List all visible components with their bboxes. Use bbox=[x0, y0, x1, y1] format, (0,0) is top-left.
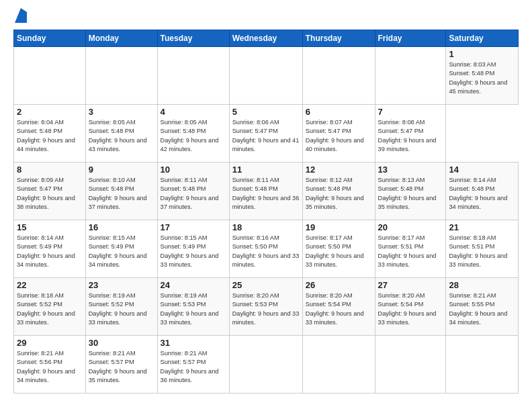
day-cell-27: 27Sunrise: 8:20 AMSunset: 5:54 PMDayligh… bbox=[375, 278, 446, 336]
page: SundayMondayTuesdayWednesdayThursdayFrid… bbox=[0, 0, 532, 411]
day-cell-9: 9Sunrise: 8:10 AMSunset: 5:48 PMDaylight… bbox=[85, 163, 157, 220]
day-number: 24 bbox=[161, 280, 226, 290]
calendar: SundayMondayTuesdayWednesdayThursdayFrid… bbox=[13, 30, 519, 394]
day-cell-19: 19Sunrise: 8:17 AMSunset: 5:50 PMDayligh… bbox=[302, 220, 375, 278]
calendar-body: 1Sunrise: 8:03 AMSunset: 5:48 PMDaylight… bbox=[14, 47, 519, 394]
empty-cell bbox=[14, 47, 86, 105]
day-number: 18 bbox=[232, 222, 300, 232]
day-number: 26 bbox=[306, 280, 372, 290]
day-detail: Sunrise: 8:20 AMSunset: 5:53 PMDaylight:… bbox=[232, 292, 300, 326]
day-cell-30: 30Sunrise: 8:21 AMSunset: 5:57 PMDayligh… bbox=[85, 336, 157, 394]
day-cell-20: 20Sunrise: 8:17 AMSunset: 5:51 PMDayligh… bbox=[375, 220, 446, 278]
day-of-week-wednesday: Wednesday bbox=[229, 30, 302, 47]
week-row-6: 29Sunrise: 8:21 AMSunset: 5:56 PMDayligh… bbox=[14, 336, 519, 394]
day-number: 11 bbox=[232, 165, 300, 175]
day-detail: Sunrise: 8:21 AMSunset: 5:56 PMDaylight:… bbox=[17, 350, 75, 383]
day-detail: Sunrise: 8:20 AMSunset: 5:54 PMDaylight:… bbox=[378, 292, 437, 326]
day-number: 7 bbox=[378, 107, 443, 117]
day-cell-28: 28Sunrise: 8:21 AMSunset: 5:55 PMDayligh… bbox=[446, 278, 519, 336]
day-detail: Sunrise: 8:17 AMSunset: 5:51 PMDaylight:… bbox=[378, 234, 437, 268]
day-detail: Sunrise: 8:14 AMSunset: 5:48 PMDaylight:… bbox=[449, 177, 507, 210]
day-detail: Sunrise: 8:19 AMSunset: 5:52 PMDaylight:… bbox=[89, 292, 147, 326]
day-of-week-friday: Friday bbox=[375, 30, 446, 47]
empty-cell bbox=[446, 336, 519, 394]
day-cell-4: 4Sunrise: 8:05 AMSunset: 5:48 PMDaylight… bbox=[157, 105, 229, 163]
day-cell-29: 29Sunrise: 8:21 AMSunset: 5:56 PMDayligh… bbox=[14, 336, 86, 394]
day-detail: Sunrise: 8:05 AMSunset: 5:48 PMDaylight:… bbox=[161, 119, 219, 152]
day-number: 27 bbox=[378, 280, 443, 290]
day-number: 15 bbox=[17, 222, 83, 232]
day-number: 3 bbox=[89, 107, 154, 117]
day-cell-1: 1Sunrise: 8:03 AMSunset: 5:48 PMDaylight… bbox=[446, 47, 519, 105]
day-of-week-tuesday: Tuesday bbox=[157, 30, 229, 47]
empty-cell bbox=[157, 47, 229, 105]
empty-cell bbox=[375, 47, 446, 105]
week-row-3: 8Sunrise: 8:09 AMSunset: 5:47 PMDaylight… bbox=[14, 163, 519, 220]
day-detail: Sunrise: 8:18 AMSunset: 5:51 PMDaylight:… bbox=[449, 234, 507, 268]
day-detail: Sunrise: 8:10 AMSunset: 5:48 PMDaylight:… bbox=[89, 177, 147, 210]
day-cell-18: 18Sunrise: 8:16 AMSunset: 5:50 PMDayligh… bbox=[229, 220, 302, 278]
day-number: 30 bbox=[89, 338, 154, 348]
empty-cell bbox=[302, 336, 375, 394]
day-cell-17: 17Sunrise: 8:15 AMSunset: 5:49 PMDayligh… bbox=[157, 220, 229, 278]
day-cell-23: 23Sunrise: 8:19 AMSunset: 5:52 PMDayligh… bbox=[85, 278, 157, 336]
day-detail: Sunrise: 8:05 AMSunset: 5:48 PMDaylight:… bbox=[89, 119, 147, 152]
empty-cell bbox=[375, 336, 446, 394]
day-of-week-monday: Monday bbox=[85, 30, 157, 47]
day-detail: Sunrise: 8:13 AMSunset: 5:48 PMDaylight:… bbox=[378, 177, 437, 210]
day-detail: Sunrise: 8:11 AMSunset: 5:48 PMDaylight:… bbox=[232, 177, 300, 210]
svg-marker-0 bbox=[15, 8, 27, 23]
logo-icon bbox=[15, 8, 27, 23]
day-detail: Sunrise: 8:15 AMSunset: 5:49 PMDaylight:… bbox=[161, 234, 219, 268]
week-row-5: 22Sunrise: 8:18 AMSunset: 5:52 PMDayligh… bbox=[14, 278, 519, 336]
day-cell-8: 8Sunrise: 8:09 AMSunset: 5:47 PMDaylight… bbox=[14, 163, 86, 220]
day-of-week-saturday: Saturday bbox=[446, 30, 519, 47]
day-number: 2 bbox=[17, 107, 83, 117]
day-number: 1 bbox=[449, 49, 515, 59]
day-cell-25: 25Sunrise: 8:20 AMSunset: 5:53 PMDayligh… bbox=[229, 278, 302, 336]
day-cell-15: 15Sunrise: 8:14 AMSunset: 5:49 PMDayligh… bbox=[14, 220, 86, 278]
week-row-4: 15Sunrise: 8:14 AMSunset: 5:49 PMDayligh… bbox=[14, 220, 519, 278]
day-of-week-thursday: Thursday bbox=[302, 30, 375, 47]
day-cell-31: 31Sunrise: 8:21 AMSunset: 5:57 PMDayligh… bbox=[157, 336, 229, 394]
day-number: 13 bbox=[378, 165, 443, 175]
day-cell-22: 22Sunrise: 8:18 AMSunset: 5:52 PMDayligh… bbox=[14, 278, 86, 336]
day-number: 25 bbox=[232, 280, 300, 290]
day-cell-6: 6Sunrise: 8:07 AMSunset: 5:47 PMDaylight… bbox=[302, 105, 375, 163]
empty-cell bbox=[229, 336, 302, 394]
empty-cell bbox=[302, 47, 375, 105]
day-number: 22 bbox=[17, 280, 83, 290]
day-number: 16 bbox=[89, 222, 154, 232]
day-cell-24: 24Sunrise: 8:19 AMSunset: 5:53 PMDayligh… bbox=[157, 278, 229, 336]
day-number: 14 bbox=[449, 165, 515, 175]
day-detail: Sunrise: 8:07 AMSunset: 5:47 PMDaylight:… bbox=[306, 119, 364, 152]
day-number: 28 bbox=[449, 280, 515, 290]
day-detail: Sunrise: 8:09 AMSunset: 5:47 PMDaylight:… bbox=[17, 177, 75, 210]
day-detail: Sunrise: 8:12 AMSunset: 5:48 PMDaylight:… bbox=[306, 177, 364, 210]
day-detail: Sunrise: 8:03 AMSunset: 5:48 PMDaylight:… bbox=[449, 61, 507, 95]
day-number: 5 bbox=[232, 107, 300, 117]
day-detail: Sunrise: 8:18 AMSunset: 5:52 PMDaylight:… bbox=[17, 292, 75, 326]
logo bbox=[13, 12, 27, 23]
day-cell-2: 2Sunrise: 8:04 AMSunset: 5:48 PMDaylight… bbox=[14, 105, 86, 163]
day-number: 19 bbox=[306, 222, 372, 232]
day-cell-16: 16Sunrise: 8:15 AMSunset: 5:49 PMDayligh… bbox=[85, 220, 157, 278]
day-detail: Sunrise: 8:04 AMSunset: 5:48 PMDaylight:… bbox=[17, 119, 75, 152]
empty-cell bbox=[85, 47, 157, 105]
day-number: 29 bbox=[17, 338, 83, 348]
day-cell-13: 13Sunrise: 8:13 AMSunset: 5:48 PMDayligh… bbox=[375, 163, 446, 220]
week-row-2: 2Sunrise: 8:04 AMSunset: 5:48 PMDaylight… bbox=[14, 105, 519, 163]
calendar-header: SundayMondayTuesdayWednesdayThursdayFrid… bbox=[14, 30, 519, 47]
day-cell-21: 21Sunrise: 8:18 AMSunset: 5:51 PMDayligh… bbox=[446, 220, 519, 278]
empty-cell bbox=[229, 47, 302, 105]
day-detail: Sunrise: 8:11 AMSunset: 5:48 PMDaylight:… bbox=[161, 177, 219, 210]
week-row-1: 1Sunrise: 8:03 AMSunset: 5:48 PMDaylight… bbox=[14, 47, 519, 105]
day-number: 8 bbox=[17, 165, 83, 175]
day-cell-12: 12Sunrise: 8:12 AMSunset: 5:48 PMDayligh… bbox=[302, 163, 375, 220]
day-cell-3: 3Sunrise: 8:05 AMSunset: 5:48 PMDaylight… bbox=[85, 105, 157, 163]
day-detail: Sunrise: 8:14 AMSunset: 5:49 PMDaylight:… bbox=[17, 234, 75, 268]
day-of-week-sunday: Sunday bbox=[14, 30, 86, 47]
day-number: 12 bbox=[306, 165, 372, 175]
day-detail: Sunrise: 8:21 AMSunset: 5:55 PMDaylight:… bbox=[449, 292, 507, 326]
day-number: 9 bbox=[89, 165, 154, 175]
